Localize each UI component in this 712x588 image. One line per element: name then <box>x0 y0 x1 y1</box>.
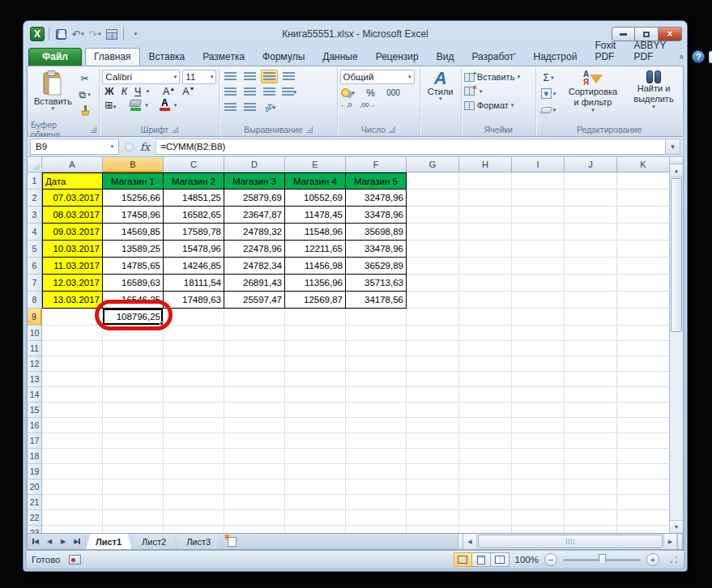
cell-C16[interactable] <box>164 418 224 433</box>
cell-F18[interactable] <box>346 449 407 464</box>
row-header-9[interactable]: 9 <box>28 309 42 326</box>
cell-J13[interactable] <box>565 372 617 387</box>
cell-C1[interactable]: Магазин 2 <box>164 173 224 190</box>
column-header-B[interactable]: B <box>103 157 164 173</box>
align-middle-button[interactable] <box>241 70 258 83</box>
cell-K20[interactable] <box>617 479 669 495</box>
help-button[interactable]: ? <box>692 50 705 63</box>
cell-E5[interactable]: 12211,65 <box>285 241 346 258</box>
cell-D6[interactable]: 24782,34 <box>224 258 285 275</box>
cell-J14[interactable] <box>565 387 617 403</box>
cell-G20[interactable] <box>407 479 459 495</box>
cell-F7[interactable]: 35713,63 <box>346 275 407 292</box>
sheet-tab-2[interactable]: Лист3 <box>177 534 221 549</box>
cell-D8[interactable]: 25597,47 <box>224 292 285 309</box>
cell-H5[interactable] <box>459 241 512 258</box>
excel-logo-icon[interactable]: X <box>30 27 45 41</box>
tab-split-handle[interactable] <box>458 534 463 549</box>
decrease-indent-button[interactable] <box>222 100 239 114</box>
cell-A4[interactable]: 09.03.2017 <box>42 224 103 241</box>
cell-C6[interactable]: 14246,85 <box>164 258 224 275</box>
vertical-scroll-thumb[interactable] <box>671 178 682 332</box>
cell-D2[interactable]: 25879,69 <box>224 190 285 207</box>
zoom-in-button[interactable]: + <box>646 553 659 566</box>
dialog-launcher-icon[interactable] <box>172 126 178 133</box>
cell-B19[interactable] <box>103 464 164 479</box>
cell-C17[interactable] <box>164 433 224 449</box>
cell-J9[interactable] <box>565 309 617 326</box>
cell-K3[interactable] <box>617 207 669 224</box>
styles-button[interactable]: A Стили ▾ <box>424 69 457 103</box>
cell-F1[interactable]: Магазин 5 <box>346 173 407 190</box>
cell-A12[interactable] <box>42 356 103 372</box>
cell-A20[interactable] <box>42 479 103 495</box>
cell-G8[interactable] <box>407 292 459 309</box>
percent-button[interactable]: % <box>363 86 379 100</box>
ribbon-tab-3[interactable]: Формулы <box>254 48 313 66</box>
undo-button[interactable]: ↶▾ <box>70 27 85 41</box>
cell-A1[interactable]: Дата <box>42 173 103 190</box>
cell-F10[interactable] <box>346 326 407 341</box>
row-header-12[interactable]: 12 <box>28 356 42 372</box>
cell-B14[interactable] <box>103 387 164 403</box>
cell-F4[interactable]: 35698,89 <box>346 224 407 241</box>
grow-font-button[interactable]: А▲ <box>160 86 177 97</box>
align-right-button[interactable] <box>261 85 278 99</box>
last-sheet-button[interactable]: ▶ <box>70 535 83 548</box>
cell-B21[interactable] <box>103 495 164 510</box>
cell-K21[interactable] <box>617 495 669 510</box>
cell-H20[interactable] <box>459 479 512 495</box>
cell-H22[interactable] <box>459 510 512 526</box>
row-header-10[interactable]: 10 <box>28 326 42 341</box>
resize-grip-icon[interactable] <box>668 555 679 565</box>
cell-K7[interactable] <box>617 275 669 292</box>
cell-F12[interactable] <box>346 356 407 372</box>
cell-H21[interactable] <box>459 495 512 510</box>
cell-K22[interactable] <box>617 510 669 526</box>
chevron-down-icon[interactable]: ▾ <box>146 89 149 94</box>
cell-I4[interactable] <box>512 224 565 241</box>
cell-H7[interactable] <box>459 275 512 292</box>
cell-A23[interactable] <box>42 526 103 533</box>
cell-H15[interactable] <box>459 403 512 418</box>
cell-A6[interactable]: 11.03.2017 <box>42 258 103 275</box>
zoom-out-button[interactable]: − <box>544 553 557 566</box>
cell-H12[interactable] <box>459 356 512 372</box>
cell-C3[interactable]: 16582,65 <box>164 207 224 224</box>
dialog-launcher-icon[interactable] <box>91 126 97 133</box>
fill-button[interactable]: ▼▾ <box>540 87 556 100</box>
cell-C8[interactable]: 17489,63 <box>164 292 224 309</box>
cell-F20[interactable] <box>346 479 407 495</box>
row-header-20[interactable]: 20 <box>28 479 42 495</box>
chevron-down-icon[interactable]: ▾ <box>174 103 177 108</box>
scroll-up-button[interactable]: ▲ <box>670 164 683 177</box>
cell-G12[interactable] <box>407 356 459 372</box>
cell-B3[interactable]: 17458,96 <box>103 207 164 224</box>
cell-F21[interactable] <box>346 495 407 510</box>
align-left-button[interactable] <box>222 85 239 99</box>
row-header-19[interactable]: 19 <box>28 464 42 479</box>
cell-H8[interactable] <box>459 292 512 309</box>
cell-E16[interactable] <box>285 418 346 433</box>
cell-B22[interactable] <box>103 510 164 526</box>
cell-E11[interactable] <box>285 341 346 356</box>
scroll-right-button[interactable]: ▶ <box>663 534 677 549</box>
cell-E9[interactable] <box>285 309 346 326</box>
increase-decimal-button[interactable]: ←,0 <box>340 101 352 109</box>
cell-G13[interactable] <box>407 372 459 387</box>
cell-J23[interactable] <box>565 526 617 533</box>
cell-A14[interactable] <box>42 387 103 403</box>
cell-E12[interactable] <box>285 356 346 372</box>
row-header-1[interactable]: 1 <box>28 173 42 190</box>
row-header-2[interactable]: 2 <box>28 190 42 207</box>
cell-B13[interactable] <box>103 372 164 387</box>
fill-handle[interactable] <box>160 322 164 326</box>
cell-C19[interactable] <box>164 464 224 479</box>
cell-C21[interactable] <box>164 495 224 510</box>
cell-F19[interactable] <box>346 464 407 479</box>
cell-H23[interactable] <box>459 526 512 533</box>
cell-J2[interactable] <box>565 190 617 207</box>
cell-E4[interactable]: 11548,96 <box>285 224 346 241</box>
clear-button[interactable]: ▾ <box>540 103 556 117</box>
prev-sheet-button[interactable]: ◀ <box>43 535 56 548</box>
